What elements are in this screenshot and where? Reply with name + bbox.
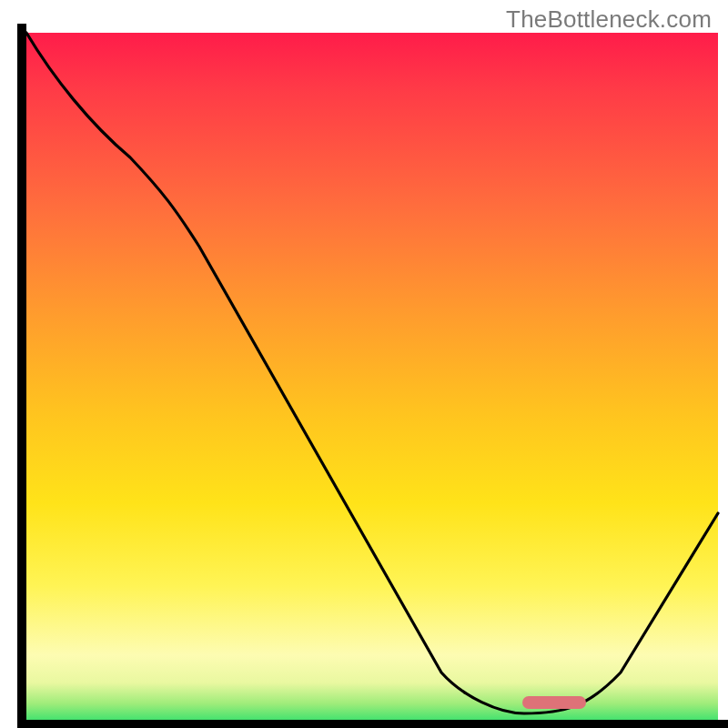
bottleneck-curve: [26, 33, 718, 713]
plot-area: [26, 33, 718, 724]
curve-layer: [26, 33, 718, 724]
optimum-marker: [522, 696, 586, 709]
watermark-text: TheBottleneck.com: [506, 5, 712, 34]
chart-canvas: TheBottleneck.com: [0, 0, 728, 728]
y-axis-line: [17, 24, 26, 728]
x-axis-line: [17, 720, 728, 728]
